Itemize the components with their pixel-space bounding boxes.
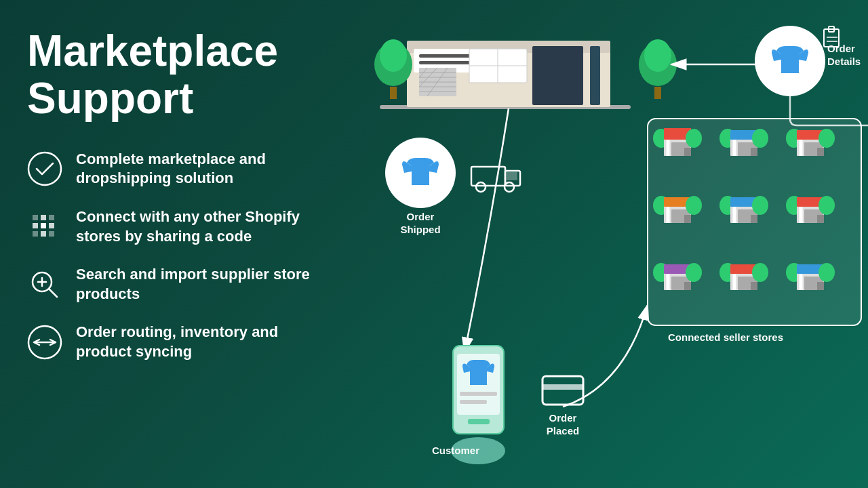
- svg-point-68: [752, 129, 768, 148]
- svg-rect-101: [671, 277, 690, 290]
- svg-point-39: [639, 43, 677, 86]
- svg-rect-22: [419, 68, 456, 96]
- svg-point-75: [818, 129, 835, 148]
- svg-rect-129: [460, 392, 497, 396]
- svg-rect-18: [407, 41, 610, 53]
- main-title: Marketplace Support: [27, 27, 326, 123]
- svg-rect-64: [730, 130, 757, 140]
- svg-rect-74: [817, 148, 824, 156]
- svg-point-96: [818, 196, 835, 215]
- svg-line-30: [427, 68, 448, 96]
- svg-rect-33: [469, 49, 527, 83]
- svg-rect-71: [797, 130, 824, 140]
- svg-point-76: [653, 196, 669, 215]
- svg-rect-135: [542, 384, 583, 390]
- svg-text:Customer: Customer: [432, 445, 479, 456]
- svg-text:Order: Order: [407, 211, 435, 222]
- diagram-section: Order Details: [339, 0, 868, 488]
- svg-point-36: [374, 43, 412, 86]
- svg-point-103: [686, 263, 702, 282]
- svg-text:Details: Details: [827, 56, 861, 67]
- svg-rect-102: [684, 282, 691, 290]
- svg-rect-130: [460, 400, 487, 404]
- svg-rect-4: [33, 223, 38, 228]
- svg-rect-49: [824, 29, 839, 47]
- svg-rect-131: [468, 419, 490, 424]
- svg-rect-112: [797, 264, 824, 290]
- feature-item-2: Connect with any other Shopify stores by…: [27, 207, 326, 246]
- svg-rect-105: [730, 264, 757, 290]
- feature-item-3: Search and import supplier store product…: [27, 265, 326, 304]
- feature-text-3: Search and import supplier store product…: [76, 265, 326, 304]
- svg-text:Connected seller stores: Connected seller stores: [668, 331, 783, 343]
- svg-rect-59: [671, 142, 690, 156]
- diagram-svg: Order Details: [339, 0, 868, 488]
- svg-point-90: [786, 196, 802, 215]
- svg-rect-127: [453, 346, 504, 434]
- svg-point-82: [686, 196, 702, 215]
- svg-point-37: [380, 39, 407, 72]
- arrows-icon: [27, 325, 62, 360]
- svg-rect-32: [590, 46, 600, 105]
- svg-rect-73: [804, 142, 823, 156]
- svg-point-40: [644, 39, 671, 72]
- svg-point-46: [755, 26, 825, 96]
- svg-point-97: [653, 263, 669, 282]
- grid-icon: [27, 209, 62, 245]
- svg-rect-124: [507, 172, 517, 180]
- svg-line-29: [419, 68, 437, 87]
- svg-rect-53: [648, 119, 861, 325]
- svg-rect-87: [738, 209, 757, 223]
- svg-rect-5: [41, 223, 46, 228]
- svg-rect-78: [664, 197, 691, 207]
- svg-line-28: [419, 68, 427, 78]
- svg-rect-41: [654, 87, 661, 99]
- feature-text-4: Order routing, inventory and product syn…: [76, 323, 326, 361]
- svg-rect-98: [664, 264, 691, 290]
- svg-point-54: [653, 129, 669, 148]
- svg-rect-3: [49, 215, 54, 220]
- svg-rect-55: [664, 130, 691, 156]
- features-list: Complete marketplace and dropshipping so…: [27, 150, 326, 362]
- svg-rect-94: [804, 209, 823, 223]
- svg-point-89: [752, 196, 768, 215]
- svg-rect-60: [684, 148, 691, 156]
- svg-rect-116: [817, 282, 824, 290]
- left-section: Marketplace Support Complete marketplace…: [27, 27, 326, 362]
- svg-rect-95: [817, 215, 824, 223]
- svg-rect-21: [419, 61, 487, 64]
- svg-point-0: [28, 152, 61, 185]
- svg-rect-128: [457, 354, 500, 415]
- svg-rect-115: [804, 277, 823, 290]
- svg-rect-109: [751, 282, 757, 290]
- svg-rect-38: [390, 87, 397, 99]
- svg-rect-77: [664, 197, 691, 223]
- feature-text-2: Connect with any other Shopify stores by…: [76, 207, 326, 246]
- svg-rect-16: [380, 105, 631, 109]
- svg-rect-19: [414, 49, 522, 73]
- svg-rect-50: [829, 26, 834, 32]
- svg-rect-88: [751, 215, 757, 223]
- svg-text:Placed: Placed: [547, 425, 579, 436]
- svg-rect-99: [664, 264, 691, 274]
- svg-rect-9: [49, 231, 54, 237]
- svg-text:Shipped: Shipped: [400, 224, 440, 235]
- svg-rect-6: [49, 223, 54, 228]
- svg-point-104: [719, 263, 736, 282]
- svg-point-125: [476, 182, 486, 192]
- svg-rect-106: [730, 264, 757, 274]
- svg-rect-122: [471, 167, 505, 186]
- svg-rect-1: [33, 215, 38, 220]
- svg-rect-70: [797, 130, 824, 156]
- svg-rect-84: [730, 197, 757, 223]
- search-plus-icon: [27, 267, 62, 302]
- svg-rect-63: [730, 130, 757, 156]
- svg-rect-113: [797, 264, 824, 274]
- svg-point-61: [686, 129, 702, 148]
- feature-item-1: Complete marketplace and dropshipping so…: [27, 150, 326, 188]
- svg-point-83: [719, 196, 736, 215]
- svg-rect-67: [751, 148, 757, 156]
- svg-rect-56: [664, 130, 691, 140]
- svg-point-132: [451, 437, 505, 464]
- check-circle-icon: [27, 151, 62, 186]
